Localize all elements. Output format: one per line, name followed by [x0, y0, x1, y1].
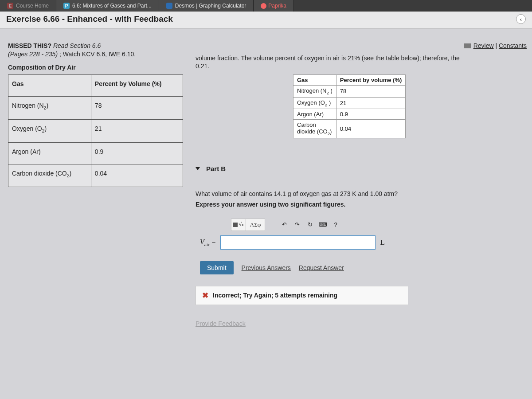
part-header: Part B	[196, 165, 527, 172]
table-row: Nitrogen (N2) 78	[8, 97, 183, 120]
table-row: Argon (Ar) 0.9	[293, 109, 406, 120]
left-panel: MISSED THIS? Read Section 6.6 (Pages 228…	[8, 42, 183, 398]
undo-button[interactable]: ↶	[278, 219, 291, 231]
tab-label: Desmos | Graphing Calculator	[175, 3, 246, 9]
template-icon	[233, 223, 238, 227]
provide-feedback-link[interactable]: Provide Feedback	[196, 320, 426, 327]
tab-label: 6.6: Mixtures of Gases and Part...	[72, 3, 152, 9]
pages-link[interactable]: (Pages 228 - 235)	[8, 51, 58, 58]
equation-toolbar: √x ΑΣφ ↶ ↷ ↻ ⌨ ?	[196, 219, 426, 235]
reset-button[interactable]: ↻	[303, 219, 317, 231]
collapse-button[interactable]: ‹	[516, 14, 526, 24]
table-row: Carbondioxide (CO2) 0.04	[293, 120, 406, 138]
request-answer-link[interactable]: Request Answer	[299, 264, 344, 271]
favicon-icon	[166, 3, 172, 9]
page-title: Exercise 6.66 - Enhanced - with Feedback	[6, 14, 173, 24]
tab-paprika[interactable]: Paprika	[254, 0, 294, 12]
references-line: (Pages 228 - 235) ; Watch KCV 6.6, IWE 6…	[8, 51, 183, 58]
col-gas: Gas	[8, 75, 91, 97]
composition-title: Composition of Dry Air	[8, 64, 183, 71]
keyboard-button[interactable]: ⌨	[316, 219, 329, 231]
volume-fraction-text: volume fraction. The volume percent of o…	[196, 55, 527, 70]
table-row: Oxygen (O2 ) 21	[293, 97, 406, 109]
top-links: Review | Constants	[196, 42, 527, 49]
greek-button[interactable]: ΑΣφ	[246, 219, 265, 231]
part-label: Part B	[206, 165, 226, 172]
browser-tabbar: E Course Home P 6.6: Mixtures of Gases a…	[0, 0, 532, 12]
favicon-icon: P	[63, 3, 70, 9]
submit-row: Submit Previous Answers Request Answer	[196, 261, 426, 274]
instruction-text: Express your answer using two significan…	[196, 201, 527, 208]
iwe-link[interactable]: IWE 6.10	[109, 51, 134, 58]
answer-input[interactable]	[220, 235, 376, 250]
read-section: Read Section 6.6	[53, 42, 101, 49]
review-icon	[464, 43, 471, 48]
help-button[interactable]: ?	[329, 219, 342, 231]
previous-answers-link[interactable]: Previous Answers	[242, 264, 291, 271]
template-button[interactable]: √x	[231, 219, 246, 231]
favicon-icon	[261, 3, 266, 9]
unit-label: L	[380, 238, 384, 247]
content-area: MISSED THIS? Read Section 6.6 (Pages 228…	[0, 29, 532, 398]
favicon-icon: E	[7, 3, 13, 9]
tab-textbook-section[interactable]: P 6.6: Mixtures of Gases and Part...	[56, 0, 159, 12]
root-icon: √	[239, 221, 242, 228]
missed-prefix: MISSED THIS?	[8, 42, 53, 49]
table-row: Nitrogen (N2 ) 78	[293, 86, 406, 98]
collapse-part-icon[interactable]	[196, 167, 200, 170]
right-panel: Review | Constants volume fraction. The …	[196, 42, 527, 398]
page-title-row: Exercise 6.66 - Enhanced - with Feedback…	[0, 12, 532, 29]
tab-course-home[interactable]: E Course Home	[0, 0, 56, 12]
review-link[interactable]: Review	[473, 42, 494, 49]
tab-label: Course Home	[16, 3, 49, 9]
col-percent: Percent by Volume (%)	[91, 75, 183, 97]
submit-button[interactable]: Submit	[200, 261, 234, 274]
inline-air-table: Gas Percent by volume (%) Nitrogen (N2 )…	[293, 74, 406, 138]
table-row: Carbon dioxide (CO2) 0.04	[8, 164, 183, 187]
question-text: What volume of air contains 14.1 g of ox…	[196, 190, 527, 197]
kcv-link[interactable]: KCV 6.6	[82, 51, 105, 58]
incorrect-icon: ✖	[202, 291, 208, 300]
col-percent: Percent by volume (%)	[336, 75, 405, 86]
feedback-text: Incorrect; Try Again; 5 attempts remaini…	[213, 292, 337, 299]
col-gas: Gas	[293, 75, 336, 86]
air-composition-table: Gas Percent by Volume (%) Nitrogen (N2) …	[8, 74, 183, 187]
constants-link[interactable]: Constants	[499, 42, 527, 49]
tab-label: Paprika	[268, 3, 286, 9]
redo-button[interactable]: ↷	[290, 219, 304, 231]
missed-this-line: MISSED THIS? Read Section 6.6	[8, 42, 183, 49]
variable-label: Vair =	[200, 238, 216, 247]
table-row: Argon (Ar) 0.9	[8, 142, 183, 164]
answer-row: Vair = L	[196, 235, 426, 250]
table-row: Oxygen (O2) 21	[8, 119, 183, 142]
feedback-box: ✖ Incorrect; Try Again; 5 attempts remai…	[196, 286, 408, 305]
tab-desmos[interactable]: Desmos | Graphing Calculator	[159, 0, 254, 12]
answer-area: √x ΑΣφ ↶ ↷ ↻ ⌨ ? Vair = L Submit Previou…	[196, 219, 426, 327]
